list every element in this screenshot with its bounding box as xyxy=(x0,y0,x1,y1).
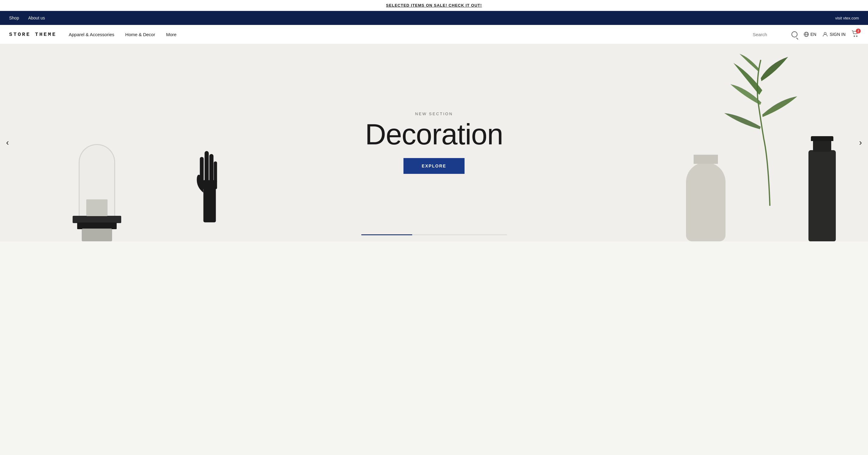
announcement-bar: SELECTED ITEMS ON SALE! CHECK IT OUT! xyxy=(0,0,868,11)
search-icon xyxy=(792,31,798,37)
svg-rect-8 xyxy=(205,151,209,182)
carousel-progress-fill xyxy=(361,234,412,235)
cart-button[interactable]: 2 xyxy=(851,30,859,38)
top-nav-right: visit vtex.com xyxy=(835,15,859,21)
carousel-progress-bar xyxy=(361,234,507,235)
dome-base2 xyxy=(77,222,117,229)
sign-in-button[interactable]: SIGN IN xyxy=(823,32,845,37)
plant-vase-neck xyxy=(693,155,718,164)
hero-subtitle: NEW SECTION xyxy=(365,112,503,116)
hand-svg xyxy=(191,113,227,240)
hero-content: NEW SECTION Decoration EXPLORE xyxy=(365,112,503,174)
logo: STORE THEME xyxy=(9,32,57,37)
dome-cylinder xyxy=(82,229,112,241)
explore-button[interactable]: EXPLORE xyxy=(403,158,465,174)
dark-vase-body xyxy=(808,150,836,241)
svg-point-5 xyxy=(857,36,857,37)
header-right: EN SIGN IN 2 xyxy=(752,30,859,38)
svg-rect-11 xyxy=(199,180,217,189)
search-input[interactable] xyxy=(752,32,789,37)
dome-base xyxy=(72,216,121,223)
plant-vase xyxy=(686,162,725,241)
dome-cup xyxy=(86,200,107,216)
top-nav: Shop About us visit vtex.com xyxy=(0,11,868,25)
chevron-left-icon: ‹ xyxy=(6,138,9,147)
carousel-prev-button[interactable]: ‹ xyxy=(3,134,12,150)
vtex-link[interactable]: visit vtex.com xyxy=(835,16,859,20)
lang-selector[interactable]: EN xyxy=(804,32,816,37)
svg-rect-9 xyxy=(199,157,204,183)
main-header: STORE THEME Apparel & Accessories Home &… xyxy=(0,25,868,44)
search-box[interactable] xyxy=(752,31,798,37)
chevron-right-icon: › xyxy=(859,138,862,147)
shop-link[interactable]: Shop xyxy=(9,16,19,20)
dark-vase-mouth xyxy=(811,136,833,141)
nav-more[interactable]: More xyxy=(166,32,177,37)
dark-vase-neck xyxy=(813,140,831,152)
main-nav: Apparel & Accessories Home & Decor More xyxy=(69,32,740,37)
leaves-svg xyxy=(709,54,825,206)
sign-in-label: SIGN IN xyxy=(830,32,845,37)
carousel-next-button[interactable]: › xyxy=(856,134,865,150)
nav-apparel[interactable]: Apparel & Accessories xyxy=(69,32,114,37)
dome-object xyxy=(69,126,124,241)
hero-section: ‹ NEW SECTION Decoration EXPLORE › xyxy=(0,44,868,241)
hand-sculpture xyxy=(191,113,227,241)
user-icon xyxy=(823,32,828,37)
nav-home-decor[interactable]: Home & Decor xyxy=(125,32,155,37)
cart-badge: 2 xyxy=(856,29,861,33)
globe-icon xyxy=(804,32,809,37)
lang-label: EN xyxy=(810,32,816,37)
svg-rect-7 xyxy=(209,154,214,182)
announcement-link[interactable]: SELECTED ITEMS ON SALE! CHECK IT OUT! xyxy=(386,3,482,8)
top-nav-left: Shop About us xyxy=(9,16,45,20)
svg-rect-10 xyxy=(214,161,217,183)
hero-title: Decoration xyxy=(365,120,503,149)
svg-point-4 xyxy=(854,36,855,37)
about-link[interactable]: About us xyxy=(28,16,45,20)
